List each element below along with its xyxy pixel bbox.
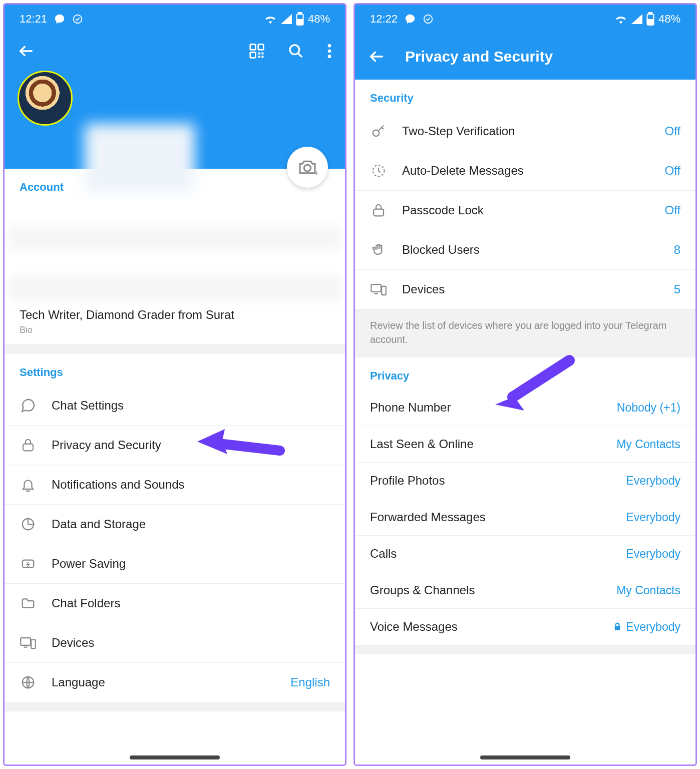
security-two-step[interactable]: Two-Step Verification Off: [355, 112, 695, 151]
item-value: Nobody (+1): [617, 401, 680, 415]
settings-chat-folders[interactable]: Chat Folders: [5, 584, 345, 623]
avatar[interactable]: [18, 71, 73, 126]
camera-button[interactable]: +: [287, 147, 328, 188]
svg-rect-3: [297, 20, 303, 25]
item-label: Profile Photos: [370, 474, 445, 488]
wifi-icon: [264, 14, 277, 24]
pie-icon: [20, 516, 37, 533]
settings-devices[interactable]: Devices: [5, 623, 345, 663]
item-label: Devices: [52, 636, 330, 650]
bolt-icon: [20, 555, 37, 572]
privacy-last-seen[interactable]: Last Seen & Online My Contacts: [355, 426, 695, 463]
item-label: Chat Settings: [52, 399, 330, 413]
item-value: 8: [674, 243, 680, 257]
settings-chat[interactable]: Chat Settings: [5, 386, 345, 426]
svg-rect-17: [23, 444, 33, 451]
battery-percent: 48%: [658, 13, 680, 26]
item-label: Auto-Delete Messages: [402, 164, 649, 178]
item-label: Privacy and Security: [52, 438, 330, 452]
item-label: Last Seen & Online: [370, 437, 474, 451]
key-icon: [370, 123, 387, 140]
svg-rect-7: [258, 53, 260, 55]
bio-text: Tech Writer, Diamond Grader from Surat: [20, 308, 330, 322]
item-value: Off: [664, 124, 680, 138]
signal-icon: [631, 14, 642, 24]
svg-rect-6: [250, 53, 256, 58]
back-icon[interactable]: [368, 48, 385, 65]
item-value: Everybody: [626, 547, 680, 561]
privacy-groups-channels[interactable]: Groups & Channels My Contacts: [355, 572, 695, 609]
svg-point-12: [328, 44, 331, 48]
security-section-label: Security: [355, 80, 695, 112]
settings-language[interactable]: Language English: [5, 663, 345, 702]
lock-small-icon: [613, 622, 622, 631]
bell-icon: [20, 476, 37, 493]
item-label: Chat Folders: [52, 596, 330, 610]
signal-icon: [281, 14, 292, 24]
settings-section-label: Settings: [5, 354, 345, 386]
page-title: Privacy and Security: [405, 48, 553, 65]
item-label: Blocked Users: [402, 243, 659, 257]
chat-icon: [20, 397, 37, 414]
svg-rect-29: [374, 209, 384, 216]
item-value: Off: [664, 164, 680, 178]
status-bar: 12:22 48%: [355, 5, 695, 34]
item-label: Devices: [402, 282, 659, 296]
privacy-forwarded-messages[interactable]: Forwarded Messages Everybody: [355, 499, 695, 536]
item-label: Two-Step Verification: [402, 124, 649, 138]
back-icon[interactable]: [18, 43, 35, 60]
item-label: Notifications and Sounds: [52, 478, 330, 492]
privacy-phone-number[interactable]: Phone Number Nobody (+1): [355, 390, 695, 426]
settings-data-storage[interactable]: Data and Storage: [5, 505, 345, 544]
svg-point-15: [304, 165, 310, 171]
screenshot-left-settings: 12:21 48% + Account Tech W: [3, 3, 346, 766]
home-indicator[interactable]: [130, 755, 220, 759]
svg-rect-5: [258, 45, 264, 50]
item-value: 5: [674, 282, 680, 296]
privacy-calls[interactable]: Calls Everybody: [355, 536, 695, 572]
item-label: Power Saving: [52, 557, 330, 571]
screenshot-right-privacy: 12:22 48% Privacy and Security Security …: [354, 3, 697, 766]
item-value: My Contacts: [616, 438, 680, 451]
more-icon[interactable]: [327, 43, 332, 59]
chat-bubble-icon: [405, 14, 416, 25]
settings-power-saving[interactable]: Power Saving: [5, 544, 345, 584]
item-value: Off: [664, 203, 680, 217]
item-value: Everybody: [626, 511, 680, 524]
svg-point-13: [328, 50, 331, 53]
privacy-profile-photos[interactable]: Profile Photos Everybody: [355, 463, 695, 499]
svg-rect-10: [261, 56, 263, 58]
bio-row[interactable]: Tech Writer, Diamond Grader from Surat B…: [5, 301, 345, 345]
search-icon[interactable]: [288, 43, 304, 59]
item-label: Passcode Lock: [402, 203, 649, 217]
security-blocked-users[interactable]: Blocked Users 8: [355, 230, 695, 270]
item-label: Language: [52, 675, 275, 689]
privacy-section-label: Privacy: [355, 357, 695, 390]
security-devices[interactable]: Devices 5: [355, 270, 695, 309]
folder-icon: [20, 595, 37, 612]
svg-point-11: [290, 45, 299, 55]
svg-point-23: [424, 15, 433, 24]
sync-icon: [423, 14, 434, 25]
svg-point-0: [74, 15, 82, 24]
item-value: English: [290, 675, 330, 689]
item-label: Calls: [370, 547, 397, 561]
globe-icon: [20, 674, 37, 691]
svg-rect-25: [649, 13, 652, 14]
home-indicator[interactable]: [480, 755, 570, 759]
security-auto-delete[interactable]: Auto-Delete Messages Off: [355, 151, 695, 191]
security-passcode-lock[interactable]: Passcode Lock Off: [355, 191, 695, 230]
devices-icon: [370, 281, 387, 298]
svg-point-27: [373, 130, 380, 137]
item-value: My Contacts: [616, 584, 680, 597]
privacy-voice-messages[interactable]: Voice Messages Everybody: [355, 609, 695, 645]
qr-icon[interactable]: [249, 43, 265, 59]
settings-privacy-security[interactable]: Privacy and Security: [5, 426, 345, 465]
svg-rect-20: [21, 638, 31, 645]
wifi-icon: [614, 14, 627, 24]
item-label: Phone Number: [370, 401, 451, 415]
bio-label: Bio: [20, 325, 330, 335]
settings-notifications[interactable]: Notifications and Sounds: [5, 465, 345, 505]
svg-rect-8: [261, 53, 263, 55]
page-header: Privacy and Security: [355, 34, 695, 80]
